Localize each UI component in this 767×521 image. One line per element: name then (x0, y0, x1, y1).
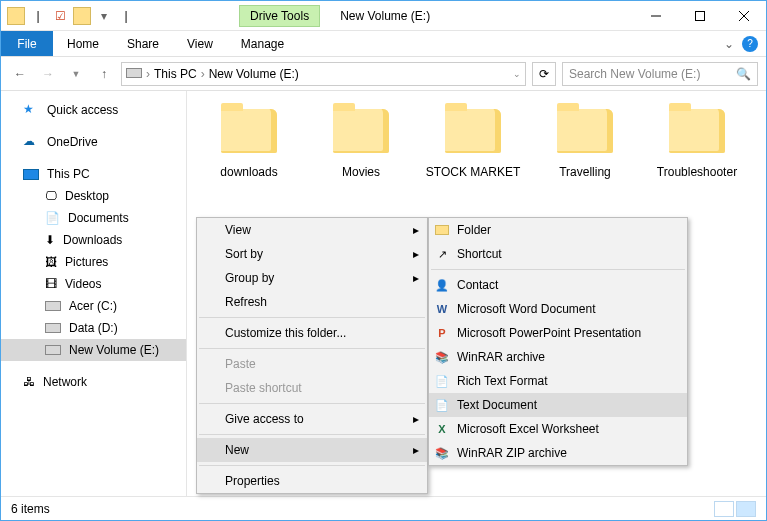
nav-quick-access[interactable]: ★Quick access (1, 99, 186, 121)
breadcrumb-current[interactable]: New Volume (E:) (209, 67, 299, 81)
excel-icon: X (433, 420, 451, 438)
app-icon (7, 7, 25, 25)
contact-icon: 👤 (433, 276, 451, 294)
menu-label: Refresh (225, 295, 267, 309)
menu-sort-by[interactable]: Sort by▸ (197, 242, 427, 266)
nav-onedrive[interactable]: ☁OneDrive (1, 131, 186, 153)
tab-share[interactable]: Share (113, 31, 173, 56)
folder-item[interactable]: STOCK MARKET (417, 101, 529, 179)
nav-label: Desktop (65, 189, 109, 203)
tab-manage[interactable]: Manage (227, 31, 298, 56)
menu-separator (199, 465, 425, 466)
view-icons-button[interactable] (736, 501, 756, 517)
folder-item[interactable]: Movies (305, 101, 417, 179)
new-powerpoint[interactable]: PMicrosoft PowerPoint Presentation (429, 321, 687, 345)
new-excel[interactable]: XMicrosoft Excel Worksheet (429, 417, 687, 441)
breadcrumb-sep: › (201, 67, 205, 81)
new-shortcut[interactable]: ↗Shortcut (429, 242, 687, 266)
nav-data-d[interactable]: Data (D:) (1, 317, 186, 339)
cloud-icon: ☁ (23, 134, 39, 150)
help-icon[interactable]: ? (742, 36, 758, 52)
documents-icon: 📄 (45, 211, 60, 225)
search-input[interactable]: Search New Volume (E:) 🔍 (562, 62, 758, 86)
text-icon: 📄 (433, 396, 451, 414)
new-rtf[interactable]: 📄Rich Text Format (429, 369, 687, 393)
menu-group-by[interactable]: Group by▸ (197, 266, 427, 290)
new-zip[interactable]: 📚WinRAR ZIP archive (429, 441, 687, 465)
maximize-button[interactable] (678, 2, 722, 30)
menu-refresh[interactable]: Refresh (197, 290, 427, 314)
menu-label: View (225, 223, 251, 237)
shortcut-icon: ↗ (433, 245, 451, 263)
new-contact[interactable]: 👤Contact (429, 273, 687, 297)
menu-customize[interactable]: Customize this folder... (197, 321, 427, 345)
menu-label: Rich Text Format (457, 374, 547, 388)
tab-view[interactable]: View (173, 31, 227, 56)
qat-separator: | (117, 7, 135, 25)
drive-icon (126, 67, 142, 81)
menu-separator (431, 269, 685, 270)
menu-properties[interactable]: Properties (197, 469, 427, 493)
ribbon-expand-icon[interactable]: ⌄ (724, 37, 734, 51)
item-label: Troubleshooter (657, 165, 737, 179)
menu-label: Folder (457, 223, 491, 237)
menu-label: New (225, 443, 249, 457)
close-button[interactable] (722, 2, 766, 30)
nav-network[interactable]: 🖧Network (1, 371, 186, 393)
videos-icon: 🎞 (45, 277, 57, 291)
folder-icon (217, 101, 281, 161)
nav-downloads[interactable]: ⬇Downloads (1, 229, 186, 251)
view-details-button[interactable] (714, 501, 734, 517)
item-label: Travelling (559, 165, 611, 179)
nav-acer-c[interactable]: Acer (C:) (1, 295, 186, 317)
folder-item[interactable]: downloads (193, 101, 305, 179)
nav-label: Downloads (63, 233, 122, 247)
drive-icon (45, 301, 61, 311)
nav-documents[interactable]: 📄Documents (1, 207, 186, 229)
menu-separator (199, 434, 425, 435)
folder-icon (441, 101, 505, 161)
nav-forward-button[interactable]: → (37, 63, 59, 85)
menu-label: Customize this folder... (225, 326, 346, 340)
folder-item[interactable]: Travelling (529, 101, 641, 179)
nav-desktop[interactable]: 🖵Desktop (1, 185, 186, 207)
menu-give-access[interactable]: Give access to▸ (197, 407, 427, 431)
new-word[interactable]: WMicrosoft Word Document (429, 297, 687, 321)
folder-icon (665, 101, 729, 161)
nav-videos[interactable]: 🎞Videos (1, 273, 186, 295)
nav-label: Pictures (65, 255, 108, 269)
minimize-button[interactable] (634, 2, 678, 30)
pictures-icon: 🖼 (45, 255, 57, 269)
menu-new[interactable]: New▸ (197, 438, 427, 462)
status-bar: 6 items (1, 496, 766, 520)
new-submenu: Folder ↗Shortcut 👤Contact WMicrosoft Wor… (428, 217, 688, 466)
nav-up-button[interactable]: ↑ (93, 63, 115, 85)
qat-folder-icon[interactable] (73, 7, 91, 25)
item-label: STOCK MARKET (426, 165, 520, 179)
folder-item[interactable]: Troubleshooter (641, 101, 753, 179)
desktop-icon: 🖵 (45, 189, 57, 203)
contextual-tab-drive-tools[interactable]: Drive Tools (239, 5, 320, 27)
refresh-button[interactable]: ⟳ (532, 62, 556, 86)
submenu-arrow-icon: ▸ (413, 412, 419, 426)
qat-dropdown-icon[interactable]: ▾ (95, 7, 113, 25)
tab-file[interactable]: File (1, 31, 53, 56)
nav-this-pc[interactable]: This PC (1, 163, 186, 185)
new-winrar[interactable]: 📚WinRAR archive (429, 345, 687, 369)
nav-new-volume-e[interactable]: New Volume (E:) (1, 339, 186, 361)
breadcrumb-root[interactable]: This PC (154, 67, 197, 81)
nav-label: Acer (C:) (69, 299, 117, 313)
qat-check-icon[interactable]: ☑ (51, 7, 69, 25)
nav-back-button[interactable]: ← (9, 63, 31, 85)
address-box[interactable]: › This PC › New Volume (E:) ⌄ (121, 62, 526, 86)
address-dropdown-icon[interactable]: ⌄ (513, 69, 521, 79)
window-title: New Volume (E:) (320, 9, 430, 23)
submenu-arrow-icon: ▸ (413, 443, 419, 457)
new-text[interactable]: 📄Text Document (429, 393, 687, 417)
nav-recent-dropdown[interactable]: ▼ (65, 63, 87, 85)
tab-home[interactable]: Home (53, 31, 113, 56)
menu-view[interactable]: View▸ (197, 218, 427, 242)
nav-pictures[interactable]: 🖼Pictures (1, 251, 186, 273)
new-folder[interactable]: Folder (429, 218, 687, 242)
powerpoint-icon: P (433, 324, 451, 342)
